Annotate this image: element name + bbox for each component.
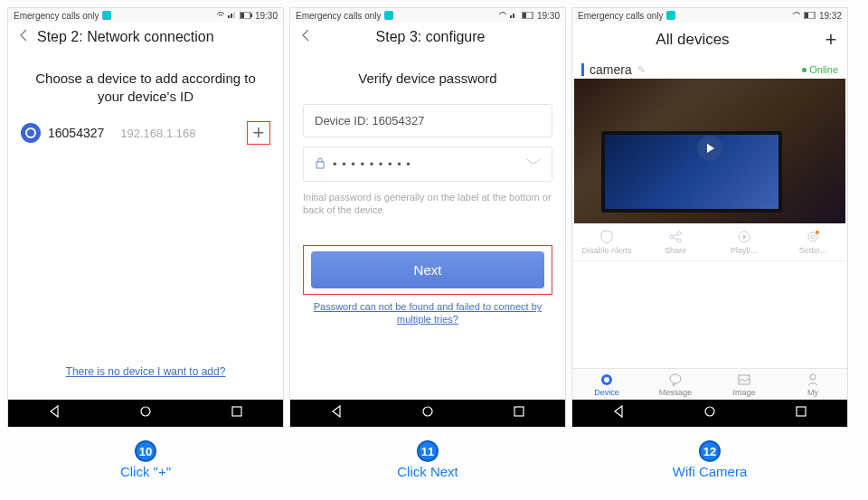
svg-point-6 <box>141 407 150 416</box>
notification-icon <box>102 11 111 20</box>
device-id-text: 16054327 <box>48 126 104 140</box>
svg-rect-2 <box>233 12 235 18</box>
svg-point-21 <box>808 232 817 241</box>
screenshot-row: Emergency calls only 19:30 Step 2: N <box>0 0 868 435</box>
profile-icon <box>806 373 820 387</box>
caption-12: 12 Wifi Camera <box>571 440 848 479</box>
svg-point-13 <box>423 407 432 416</box>
svg-rect-12 <box>316 162 324 168</box>
back-icon[interactable] <box>297 28 314 46</box>
android-nav-bar <box>8 400 283 427</box>
svg-point-25 <box>604 377 609 382</box>
page-title: Step 2: Network connection <box>37 29 276 45</box>
clock-text: 19:30 <box>255 11 278 21</box>
android-home-button[interactable] <box>703 404 717 422</box>
playback-button[interactable]: Playb... <box>710 224 778 260</box>
add-device-button[interactable]: + <box>247 121 270 145</box>
camera-preview[interactable] <box>574 79 845 223</box>
svg-rect-5 <box>250 14 252 17</box>
next-button[interactable]: Next <box>311 251 544 288</box>
subtitle-text: Choose a device to add according to your… <box>21 70 270 105</box>
nav-image[interactable]: Image <box>710 369 778 400</box>
status-badge: Online <box>802 64 838 75</box>
caption-text: Click "+" <box>7 464 284 479</box>
carrier-text: Emergency calls only <box>578 11 663 21</box>
settings-button[interactable]: Settin... <box>778 224 847 260</box>
app-header: Step 2: Network connection <box>8 23 283 52</box>
highlight-box: Next <box>303 245 552 295</box>
carrier-text: Emergency calls only <box>14 11 99 21</box>
svg-rect-8 <box>510 15 512 18</box>
android-back-button[interactable] <box>611 404 626 422</box>
step-badge: 12 <box>699 440 721 462</box>
android-recents-button[interactable] <box>230 404 244 422</box>
lock-icon <box>315 156 326 172</box>
page-title: All devices <box>580 31 806 49</box>
android-nav-bar <box>290 400 565 427</box>
svg-point-18 <box>677 231 681 235</box>
device-row[interactable]: 16054327 192.168.1.168 + <box>21 121 270 150</box>
signal-icon <box>228 10 237 21</box>
playback-icon <box>737 230 751 244</box>
android-home-button[interactable] <box>420 404 435 422</box>
device-id-field[interactable]: Device ID: 16054327 <box>303 104 552 137</box>
camera-header: camera ✎ Online <box>572 57 847 79</box>
svg-point-19 <box>677 239 681 242</box>
clock-text: 19:30 <box>537 11 560 21</box>
clock-text: 19:32 <box>819 11 842 21</box>
device-icon <box>599 373 614 387</box>
wifi-icon <box>792 10 801 21</box>
app-header: All devices + <box>572 23 847 57</box>
subtitle-text: Verify device password <box>303 70 552 88</box>
wifi-icon <box>498 10 507 21</box>
camera-name: camera <box>590 62 632 77</box>
disable-alerts-button[interactable]: Disable Alerts <box>572 224 641 260</box>
battery-icon <box>240 11 252 21</box>
image-icon <box>737 373 751 387</box>
password-field[interactable]: • • • • • • • • • <box>303 146 552 182</box>
android-back-button[interactable] <box>47 404 61 422</box>
edit-icon[interactable]: ✎ <box>637 64 646 76</box>
device-ip-text: 192.168.1.168 <box>111 127 240 140</box>
svg-point-28 <box>810 374 816 380</box>
svg-rect-27 <box>739 375 750 384</box>
android-home-button[interactable] <box>138 404 153 422</box>
status-bar: Emergency calls only 19:30 <box>290 8 565 23</box>
password-help-link[interactable]: Password can not be found and failed to … <box>303 300 552 326</box>
android-recents-button[interactable] <box>794 404 808 422</box>
signal-icon <box>510 10 519 21</box>
android-back-button[interactable] <box>329 404 344 422</box>
camera-icon <box>21 123 41 143</box>
svg-rect-11 <box>523 13 526 18</box>
caption-row: 10 Click "+" 11 Click Next 12 Wifi Camer… <box>0 440 868 479</box>
shield-icon <box>599 230 614 244</box>
svg-point-22 <box>811 235 815 239</box>
caption-text: Wifi Camera <box>571 464 848 479</box>
nav-device[interactable]: Device <box>572 369 641 400</box>
battery-icon <box>804 11 816 21</box>
svg-rect-7 <box>232 407 241 416</box>
page-title: Step 3: configure <box>319 29 542 45</box>
bottom-nav: Device Message Image My <box>572 368 847 400</box>
nav-message[interactable]: Message <box>641 369 710 400</box>
svg-point-17 <box>670 235 674 239</box>
caption-10: 10 Click "+" <box>7 440 284 479</box>
device-id-value: Device ID: 16054327 <box>315 114 424 127</box>
caption-11: 11 Click Next <box>289 440 566 479</box>
add-button[interactable]: + <box>822 28 840 52</box>
message-icon <box>668 373 683 387</box>
no-device-link[interactable]: There is no device I want to add? <box>21 365 270 378</box>
eye-icon[interactable] <box>526 157 541 170</box>
android-nav-bar <box>572 400 847 427</box>
wifi-icon <box>216 10 225 21</box>
android-recents-button[interactable] <box>512 404 526 422</box>
gear-icon <box>806 230 820 244</box>
caption-text: Click Next <box>289 464 566 479</box>
notification-icon <box>666 11 675 20</box>
share-button[interactable]: Share <box>641 224 710 260</box>
nav-my[interactable]: My <box>778 369 847 400</box>
play-button[interactable] <box>697 136 722 161</box>
step-badge: 10 <box>135 440 156 462</box>
back-icon[interactable] <box>15 28 32 46</box>
app-header: Step 3: configure <box>290 23 565 52</box>
